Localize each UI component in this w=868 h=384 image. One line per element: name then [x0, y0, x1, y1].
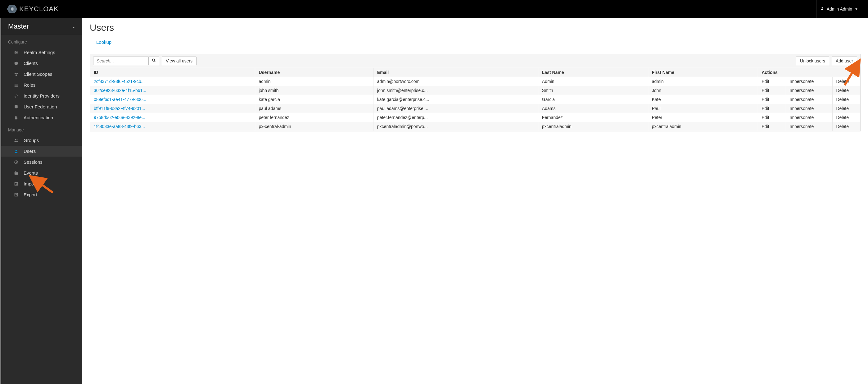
cell-email: peter.fernandez@enterp...: [373, 113, 538, 122]
scopes-icon: [14, 72, 19, 77]
sidebar-item-label: Groups: [24, 138, 39, 143]
impersonate-action[interactable]: Impersonate: [786, 113, 832, 122]
svg-rect-17: [15, 117, 18, 119]
realm-name: Master: [8, 22, 29, 30]
user-menu[interactable]: Admin Admin ▼: [816, 0, 862, 18]
user-icon: [820, 6, 824, 11]
cell-username: paul adams: [255, 104, 373, 113]
user-id-link[interactable]: 2cf8371d-93f6-4521-9cb...: [94, 79, 145, 84]
sidebar-item-identity-providers[interactable]: Identity Providers: [1, 90, 82, 101]
sidebar-item-realm-settings[interactable]: Realm Settings: [1, 47, 82, 58]
delete-action[interactable]: Delete: [832, 104, 860, 113]
svg-rect-24: [15, 171, 16, 172]
user-id-link[interactable]: bff911f9-63a2-4f74-9201...: [94, 106, 145, 111]
add-user-button[interactable]: Add user: [832, 57, 857, 65]
sidebar-item-roles[interactable]: Roles: [1, 80, 82, 90]
column-header: Email: [373, 68, 538, 77]
edit-action[interactable]: Edit: [758, 113, 786, 122]
cell-last: Garcia: [538, 95, 648, 104]
cell-first: John: [648, 86, 758, 95]
cell-username: kate garcia: [255, 95, 373, 104]
impersonate-action[interactable]: Impersonate: [786, 122, 832, 131]
svg-marker-2: [11, 7, 14, 10]
sidebar-item-groups[interactable]: Groups: [1, 135, 82, 146]
sidebar-item-user-federation[interactable]: User Federation: [1, 101, 82, 112]
view-all-users-button[interactable]: View all users: [162, 57, 196, 65]
column-header: Actions: [758, 68, 860, 77]
sidebar-section-label: Manage: [1, 123, 82, 135]
brand-name: KEYCLOAK: [19, 5, 59, 13]
svg-point-8: [17, 52, 18, 53]
cell-first: Paul: [648, 104, 758, 113]
sidebar-item-authentication[interactable]: Authentication: [1, 112, 82, 123]
sidebar-item-label: Import: [24, 181, 37, 186]
table-row: 089ef6c1-ae41-4779-806...kate garciakate…: [90, 95, 860, 104]
user-name: Admin Admin: [827, 6, 852, 11]
brand-logo[interactable]: KEYCLOAK: [2, 4, 59, 14]
edit-action[interactable]: Edit: [758, 95, 786, 104]
impersonate-action[interactable]: Impersonate: [786, 77, 832, 86]
sidebar-item-clients[interactable]: Clients: [1, 58, 82, 69]
cell-email: paul.adams@enterprise....: [373, 104, 538, 113]
edit-action[interactable]: Edit: [758, 77, 786, 86]
sidebar-item-label: Events: [24, 170, 38, 176]
user-id-link[interactable]: 1fc8033e-aa88-43f9-b63...: [94, 124, 145, 129]
delete-action[interactable]: Delete: [832, 95, 860, 104]
delete-action[interactable]: Delete: [832, 113, 860, 122]
users-table: IDUsernameEmailLast NameFirst NameAction…: [90, 68, 860, 131]
delete-action[interactable]: Delete: [832, 86, 860, 95]
calendar-icon: [14, 171, 19, 176]
user-id-link[interactable]: 089ef6c1-ae41-4779-806...: [94, 97, 146, 102]
cell-first: Kate: [648, 95, 758, 104]
edit-action[interactable]: Edit: [758, 122, 786, 131]
cube-icon: [14, 61, 19, 66]
sliders-icon: [14, 50, 19, 55]
impersonate-action[interactable]: Impersonate: [786, 104, 832, 113]
tab-lookup[interactable]: Lookup: [90, 36, 118, 48]
impersonate-action[interactable]: Impersonate: [786, 95, 832, 104]
unlock-users-button[interactable]: Unlock users: [796, 57, 829, 65]
svg-point-10: [14, 72, 16, 74]
sidebar-item-client-scopes[interactable]: Client Scopes: [1, 69, 82, 80]
sidebar-item-import[interactable]: Import: [1, 178, 82, 189]
import-icon: [14, 181, 19, 186]
edit-action[interactable]: Edit: [758, 104, 786, 113]
svg-point-18: [15, 139, 16, 140]
user-id-link[interactable]: 302ce923-632e-4f15-b61...: [94, 88, 146, 93]
sidebar-item-users[interactable]: Users: [1, 146, 82, 156]
svg-rect-23: [14, 172, 18, 172]
sidebar-item-label: Export: [24, 192, 37, 197]
page-title: Users: [90, 22, 861, 33]
realm-selector[interactable]: Master ⌄: [1, 18, 82, 35]
delete-action[interactable]: Delete: [832, 77, 860, 86]
cell-email: admin@portworx.com: [373, 77, 538, 86]
cell-first: pxcentraladmin: [648, 122, 758, 131]
list-icon: [14, 83, 19, 88]
keycloak-logo-icon: [7, 4, 18, 14]
search-button[interactable]: [148, 57, 159, 65]
user-icon: [14, 149, 19, 154]
search-input[interactable]: [93, 57, 148, 65]
user-id-link[interactable]: 97b8d562-e06e-4392-8e...: [94, 115, 145, 120]
edit-action[interactable]: Edit: [758, 86, 786, 95]
group-icon: [14, 138, 19, 143]
sidebar-item-sessions[interactable]: Sessions: [1, 156, 82, 168]
tabs: Lookup: [90, 36, 861, 48]
impersonate-action[interactable]: Impersonate: [786, 86, 832, 95]
svg-point-12: [16, 74, 17, 76]
cell-username: john smith: [255, 86, 373, 95]
svg-point-20: [16, 150, 17, 151]
database-icon: [14, 105, 19, 109]
cell-email: pxcentraladmin@portwo...: [373, 122, 538, 131]
sidebar-item-events[interactable]: Events: [1, 168, 82, 178]
svg-point-7: [15, 51, 16, 52]
cell-last: Admin: [538, 77, 648, 86]
sidebar-item-export[interactable]: Export: [1, 189, 82, 200]
cell-last: Smith: [538, 86, 648, 95]
svg-rect-15: [14, 86, 18, 86]
sidebar-item-label: Clients: [24, 61, 38, 66]
sidebar-item-label: Users: [24, 148, 36, 154]
column-header: ID: [90, 68, 255, 77]
delete-action[interactable]: Delete: [832, 122, 860, 131]
svg-rect-13: [14, 84, 18, 84]
